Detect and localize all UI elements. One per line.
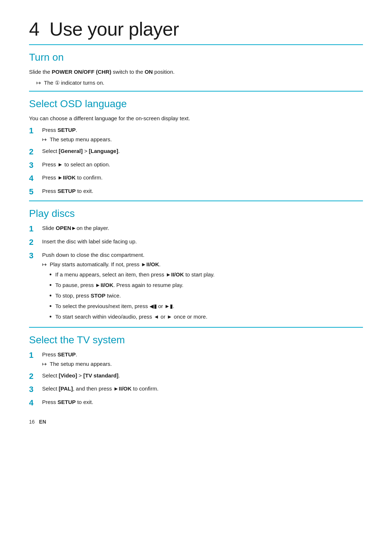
bullet-dot: • [49,281,52,290]
turn-on-heading: Turn on [29,52,363,63]
bullet-5: • To start search within video/audio, pr… [49,312,363,322]
osd-step-1-num: 1 [29,126,42,136]
osd-step-5: 5 Press SETUP to exit. [29,187,363,197]
osd-step-2-num: 2 [29,147,42,157]
tv-step-4: 4 Press SETUP to exit. [29,398,363,408]
bullet-dot: • [49,302,52,311]
arrow-icon: ↦ [42,260,47,269]
turn-on-section: Turn on Slide the POWER ON/OFF (CHR) swi… [29,52,363,87]
bullet-dot: • [49,312,52,322]
osd-step-1-content: Press SETUP. ↦ The setup menu appears. [42,126,363,144]
osd-step-2: 2 Select [General] > [Language]. [29,147,363,157]
osd-step-3: 3 Press ► to select an option. [29,160,363,171]
tv-system-section: Select the TV system 1 Press SETUP. ↦ Th… [29,334,363,408]
osd-section: Select OSD language You can choose a dif… [29,98,363,197]
tv-system-steps: 1 Press SETUP. ↦ The setup menu appears.… [29,350,363,408]
osd-step-1: 1 Press SETUP. ↦ The setup menu appears. [29,126,363,144]
osd-step-4-num: 4 [29,173,42,184]
tv-system-heading: Select the TV system [29,334,363,346]
play-step-1-num: 1 [29,224,42,234]
footer: 16 EN [29,419,363,425]
title-divider [29,44,363,45]
play-step-3-num: 3 [29,251,42,261]
arrow-icon: ↦ [42,135,47,144]
turn-on-divider [29,91,363,92]
osd-steps: 1 Press SETUP. ↦ The setup menu appears.… [29,126,363,197]
tv-step-4-num: 4 [29,398,42,408]
tv-step-2-num: 2 [29,371,42,382]
tv-step-2: 2 Select [Video] > [TV standard]. [29,371,363,382]
osd-heading: Select OSD language [29,98,363,110]
play-discs-steps: 1 Slide OPEN►on the player. 2 Insert the… [29,224,363,323]
play-discs-divider [29,327,363,328]
bullet-2: • To pause, press ►II/OK. Press again to… [49,281,363,290]
tv-step-3-num: 3 [29,384,42,395]
play-step-1: 1 Slide OPEN►on the player. [29,224,363,234]
play-step-3-bullets: • If a menu appears, select an item, the… [49,270,363,322]
play-step-2: 2 Insert the disc with label side facing… [29,237,363,248]
osd-intro: You can choose a different language for … [29,114,363,123]
play-step-2-num: 2 [29,237,42,248]
play-step-3: 3 Push down to close the disc compartmen… [29,251,363,323]
chapter-name: Use your player [49,19,179,40]
osd-step-5-num: 5 [29,187,42,197]
tv-step-3: 3 Select [PAL], and then press ►II/OK to… [29,384,363,395]
arrow-icon: ↦ [42,360,47,368]
bullet-4: • To select the previous/next item, pres… [49,302,363,311]
osd-step-4: 4 Press ►II/OK to confirm. [29,173,363,184]
bullet-1: • If a menu appears, select an item, the… [49,270,363,279]
osd-divider [29,201,363,201]
play-discs-section: Play discs 1 Slide OPEN►on the player. 2… [29,208,363,323]
bullet-dot: • [49,270,52,279]
language-code: EN [39,419,46,425]
page-number: 16 [29,419,35,425]
turn-on-note: The ① indicator turns on. [44,78,104,87]
chapter-number: 4 [29,19,49,40]
chapter-title: 4 Use your player [29,18,363,40]
tv-step-1-num: 1 [29,350,42,361]
osd-step-3-num: 3 [29,160,42,171]
arrow-icon: ↦ [36,78,41,87]
play-discs-heading: Play discs [29,208,363,219]
bullet-dot: • [49,291,52,300]
turn-on-body: Slide the POWER ON/OFF (CHR) switch to t… [29,68,363,87]
tv-step-1: 1 Press SETUP. ↦ The setup menu appears. [29,350,363,368]
bullet-3: • To stop, press STOP twice. [49,291,363,300]
